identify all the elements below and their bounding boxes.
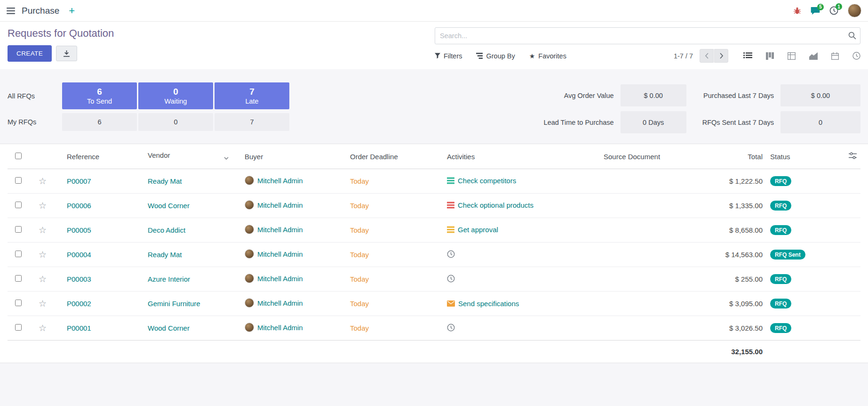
header-activities[interactable]: Activities	[443, 144, 600, 169]
envelope-activity-icon[interactable]	[447, 300, 455, 307]
activity-label[interactable]: Get approval	[458, 226, 498, 234]
vendor-link[interactable]: Wood Corner	[148, 202, 190, 210]
my-to-send[interactable]: 6	[62, 113, 137, 131]
tasks-activity-icon[interactable]	[447, 226, 454, 233]
purchased-last-7-days[interactable]: $ 0.00	[780, 84, 860, 106]
row-checkbox[interactable]	[15, 177, 22, 184]
rfqs-sent-last-7-days[interactable]: 0	[780, 111, 860, 133]
vendor-link[interactable]: Azure Interior	[148, 275, 190, 283]
user-avatar[interactable]	[848, 4, 861, 17]
messages-icon[interactable]: 5	[811, 7, 820, 15]
search-input[interactable]	[435, 27, 860, 44]
view-pivot-button[interactable]	[788, 52, 796, 60]
lead-time-to-purchase[interactable]: 0 Days	[621, 111, 686, 133]
late-label: Late	[245, 97, 258, 105]
table-row[interactable]: ☆ P00005 Deco Addict Mitchell Admin Toda…	[8, 218, 860, 243]
activity-label[interactable]: Check competitors	[458, 177, 516, 185]
view-list-button[interactable]	[743, 52, 752, 60]
favorite-star-icon[interactable]: ☆	[39, 299, 47, 309]
table-row[interactable]: ☆ P00002 Gemini Furniture Mitchell Admin…	[8, 292, 860, 316]
tile-waiting[interactable]: 0 Waiting	[138, 82, 213, 109]
view-activity-button[interactable]	[852, 52, 860, 60]
row-checkbox[interactable]	[15, 226, 22, 233]
import-button[interactable]	[56, 46, 77, 61]
view-kanban-button[interactable]	[766, 52, 774, 60]
create-button[interactable]: CREATE	[8, 45, 52, 62]
header-total[interactable]: Total	[685, 144, 766, 169]
debug-bug-icon[interactable]	[793, 7, 801, 15]
vendor-link[interactable]: Gemini Furniture	[148, 300, 200, 308]
reference-link[interactable]: P00005	[67, 226, 91, 234]
group-by-button[interactable]: Group By	[476, 52, 515, 60]
tasks-activity-icon[interactable]	[447, 202, 454, 209]
clock-activity-icon[interactable]	[447, 250, 455, 258]
activities-clock-icon[interactable]: 1	[829, 6, 838, 15]
buyer-link[interactable]: Mitchell Admin	[257, 250, 303, 258]
reference-link[interactable]: P00001	[67, 324, 91, 332]
pager-previous-button[interactable]	[700, 49, 714, 63]
row-checkbox[interactable]	[15, 275, 22, 282]
total-amount: $ 8,658.00	[729, 226, 763, 234]
activity-label[interactable]: Check optional products	[458, 201, 534, 209]
row-checkbox[interactable]	[15, 202, 22, 208]
header-reference[interactable]: Reference	[63, 144, 144, 169]
buyer-link[interactable]: Mitchell Admin	[257, 275, 303, 283]
search-icon[interactable]	[848, 32, 856, 41]
view-calendar-button[interactable]	[831, 52, 839, 60]
favorite-star-icon[interactable]: ☆	[39, 274, 47, 284]
view-graph-button[interactable]	[809, 52, 818, 60]
header-vendor[interactable]: Vendor	[144, 144, 241, 169]
buyer-link[interactable]: Mitchell Admin	[257, 324, 303, 332]
table-row[interactable]: ☆ P00001 Wood Corner Mitchell Admin Toda…	[8, 316, 860, 341]
pager-range: 1-7 / 7	[674, 52, 693, 60]
vendor-link[interactable]: Ready Mat	[148, 251, 182, 259]
table-row[interactable]: ☆ P00004 Ready Mat Mitchell Admin Today …	[8, 243, 860, 267]
avg-order-value[interactable]: $ 0.00	[621, 84, 686, 106]
favorite-star-icon[interactable]: ☆	[39, 176, 47, 186]
buyer-link[interactable]: Mitchell Admin	[257, 226, 303, 234]
favorites-button[interactable]: ★ Favorites	[529, 52, 566, 60]
header-buyer[interactable]: Buyer	[241, 144, 346, 169]
favorite-star-icon[interactable]: ☆	[39, 225, 47, 235]
tile-late[interactable]: 7 Late	[215, 82, 289, 109]
buyer-link[interactable]: Mitchell Admin	[257, 177, 303, 185]
clock-activity-icon[interactable]	[447, 275, 455, 283]
table-row[interactable]: ☆ P00003 Azure Interior Mitchell Admin T…	[8, 267, 860, 292]
favorite-star-icon[interactable]: ☆	[39, 323, 47, 333]
filters-button[interactable]: Filters	[435, 52, 462, 60]
tasks-activity-icon[interactable]	[447, 177, 454, 184]
reference-link[interactable]: P00004	[67, 251, 91, 259]
header-source-document[interactable]: Source Document	[600, 144, 685, 169]
favorite-star-icon[interactable]: ☆	[39, 201, 47, 211]
header-order-deadline[interactable]: Order Deadline	[346, 144, 443, 169]
reference-link[interactable]: P00002	[67, 300, 91, 308]
favorite-star-icon[interactable]: ☆	[39, 250, 47, 260]
optional-columns-icon[interactable]	[849, 152, 857, 159]
page-title: Requests for Quotation	[8, 27, 114, 40]
row-checkbox[interactable]	[15, 324, 22, 331]
header-status[interactable]: Status	[766, 144, 835, 169]
new-tab-plus-icon[interactable]: +	[69, 6, 75, 16]
vendor-link[interactable]: Ready Mat	[148, 177, 182, 185]
search-bar[interactable]	[435, 27, 860, 44]
my-waiting[interactable]: 0	[138, 113, 213, 131]
reference-link[interactable]: P00006	[67, 202, 91, 210]
my-late[interactable]: 7	[215, 113, 289, 131]
vendor-link[interactable]: Wood Corner	[148, 324, 190, 332]
buyer-link[interactable]: Mitchell Admin	[257, 201, 303, 209]
buyer-link[interactable]: Mitchell Admin	[257, 299, 303, 307]
clock-activity-icon[interactable]	[447, 324, 455, 332]
row-checkbox[interactable]	[15, 300, 22, 306]
select-all-checkbox[interactable]	[15, 153, 22, 159]
vendor-link[interactable]: Deco Addict	[148, 226, 185, 234]
table-row[interactable]: ☆ P00007 Ready Mat Mitchell Admin Today …	[8, 169, 860, 194]
tile-to-send[interactable]: 6 To Send	[62, 82, 137, 109]
reference-link[interactable]: P00007	[67, 177, 91, 185]
reference-link[interactable]: P00003	[67, 275, 91, 283]
activity-label[interactable]: Send specifications	[458, 300, 519, 308]
table-row[interactable]: ☆ P00006 Wood Corner Mitchell Admin Toda…	[8, 194, 860, 218]
pager-next-button[interactable]	[714, 49, 728, 63]
apps-menu-icon[interactable]	[7, 8, 15, 14]
app-name[interactable]: Purchase	[22, 6, 59, 16]
row-checkbox[interactable]	[15, 251, 22, 257]
